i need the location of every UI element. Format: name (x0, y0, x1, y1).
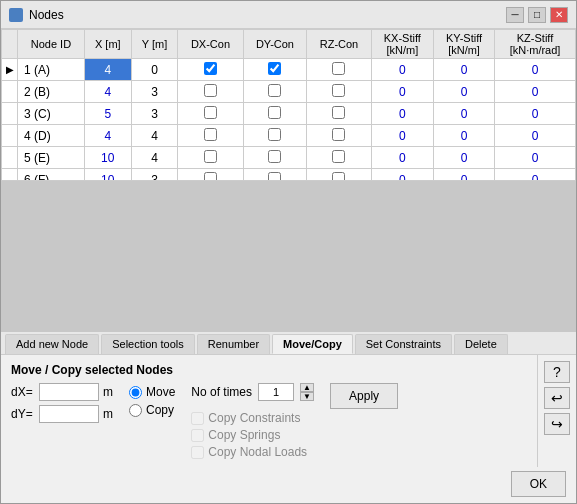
kx-stiff-cell[interactable]: 0 (371, 81, 433, 103)
tab-set-constraints[interactable]: Set Constraints (355, 334, 452, 354)
maximize-button[interactable]: □ (528, 7, 546, 23)
ky-stiff-cell[interactable]: 0 (434, 81, 495, 103)
kx-stiff-cell[interactable]: 0 (371, 59, 433, 81)
ky-stiff-cell[interactable]: 0 (434, 103, 495, 125)
rz-con-checkbox[interactable] (332, 150, 345, 163)
dx-con-checkbox[interactable] (204, 106, 217, 119)
table-row[interactable]: 5 (E)104000 (2, 147, 576, 169)
kz-stiff-cell[interactable]: 0 (495, 59, 576, 81)
dx-con-cell[interactable] (178, 169, 243, 182)
y-cell[interactable]: 4 (131, 147, 178, 169)
rz-con-cell[interactable] (307, 59, 371, 81)
table-row[interactable]: 4 (D)44000 (2, 125, 576, 147)
dx-input[interactable] (39, 383, 99, 401)
dx-con-cell[interactable] (178, 103, 243, 125)
y-cell[interactable]: 0 (131, 59, 178, 81)
dy-con-checkbox[interactable] (268, 84, 281, 97)
copy-springs-checkbox[interactable] (191, 429, 204, 442)
dx-con-cell[interactable] (178, 59, 243, 81)
dy-con-checkbox[interactable] (268, 128, 281, 141)
dy-con-cell[interactable] (243, 125, 307, 147)
kx-stiff-cell[interactable]: 0 (371, 125, 433, 147)
dx-con-cell[interactable] (178, 125, 243, 147)
dy-con-cell[interactable] (243, 103, 307, 125)
dy-input[interactable] (39, 405, 99, 423)
table-row[interactable]: 6 (F)103000 (2, 169, 576, 182)
copy-radio[interactable] (129, 404, 142, 417)
dy-con-checkbox[interactable] (268, 150, 281, 163)
tab-add-new-node[interactable]: Add new Node (5, 334, 99, 354)
close-button[interactable]: ✕ (550, 7, 568, 23)
y-cell[interactable]: 3 (131, 169, 178, 182)
dx-con-checkbox[interactable] (204, 128, 217, 141)
ky-stiff-cell[interactable]: 0 (434, 125, 495, 147)
dx-con-cell[interactable] (178, 147, 243, 169)
kx-stiff-cell[interactable]: 0 (371, 103, 433, 125)
dy-con-cell[interactable] (243, 169, 307, 182)
rz-con-checkbox[interactable] (332, 106, 345, 119)
rz-con-cell[interactable] (307, 125, 371, 147)
spin-up-button[interactable]: ▲ (300, 383, 314, 392)
rz-con-checkbox[interactable] (332, 172, 345, 182)
y-cell[interactable]: 4 (131, 125, 178, 147)
copy-constraints-checkbox[interactable] (191, 412, 204, 425)
rz-con-checkbox[interactable] (332, 84, 345, 97)
help-button[interactable]: ? (544, 361, 570, 383)
tab-move/copy[interactable]: Move/Copy (272, 334, 353, 354)
y-cell[interactable]: 3 (131, 81, 178, 103)
x-cell[interactable]: 5 (84, 103, 131, 125)
tab-selection-tools[interactable]: Selection tools (101, 334, 195, 354)
move-label[interactable]: Move (146, 385, 175, 399)
title-bar: Nodes ─ □ ✕ (1, 1, 576, 29)
dy-con-checkbox[interactable] (268, 172, 281, 182)
x-cell[interactable]: 10 (84, 169, 131, 182)
ky-stiff-cell[interactable]: 0 (434, 169, 495, 182)
x-cell[interactable]: 4 (84, 125, 131, 147)
y-cell[interactable]: 3 (131, 103, 178, 125)
kx-stiff-cell[interactable]: 0 (371, 147, 433, 169)
no-times-input[interactable] (258, 383, 294, 401)
rz-con-cell[interactable] (307, 81, 371, 103)
redo-button[interactable]: ↪ (544, 413, 570, 435)
rz-con-checkbox[interactable] (332, 62, 345, 75)
tab-delete[interactable]: Delete (454, 334, 508, 354)
apply-button[interactable]: Apply (330, 383, 398, 409)
copy-label[interactable]: Copy (146, 403, 174, 417)
undo-button[interactable]: ↩ (544, 387, 570, 409)
dy-con-cell[interactable] (243, 59, 307, 81)
ky-stiff-cell[interactable]: 0 (434, 59, 495, 81)
ok-button[interactable]: OK (511, 471, 566, 497)
dx-con-checkbox[interactable] (204, 172, 217, 182)
dx-con-checkbox[interactable] (204, 150, 217, 163)
kz-stiff-cell[interactable]: 0 (495, 169, 576, 182)
dx-con-checkbox[interactable] (204, 84, 217, 97)
rz-con-cell[interactable] (307, 169, 371, 182)
rz-con-checkbox[interactable] (332, 128, 345, 141)
table-row[interactable]: 3 (C)53000 (2, 103, 576, 125)
kx-stiff-cell[interactable]: 0 (371, 169, 433, 182)
dy-con-checkbox[interactable] (268, 106, 281, 119)
minimize-button[interactable]: ─ (506, 7, 524, 23)
rz-con-cell[interactable] (307, 147, 371, 169)
x-cell[interactable]: 10 (84, 147, 131, 169)
kz-stiff-cell[interactable]: 0 (495, 147, 576, 169)
kz-stiff-cell[interactable]: 0 (495, 103, 576, 125)
dy-con-checkbox[interactable] (268, 62, 281, 75)
dx-con-cell[interactable] (178, 81, 243, 103)
dx-con-checkbox[interactable] (204, 62, 217, 75)
dy-con-cell[interactable] (243, 147, 307, 169)
move-radio[interactable] (129, 386, 142, 399)
kz-stiff-cell[interactable]: 0 (495, 81, 576, 103)
col-rz-con: RZ-Con (307, 30, 371, 59)
copy-nodal-loads-checkbox[interactable] (191, 446, 204, 459)
dy-con-cell[interactable] (243, 81, 307, 103)
kz-stiff-cell[interactable]: 0 (495, 125, 576, 147)
table-row[interactable]: ▶1 (A)40000 (2, 59, 576, 81)
ky-stiff-cell[interactable]: 0 (434, 147, 495, 169)
rz-con-cell[interactable] (307, 103, 371, 125)
x-cell[interactable]: 4 (84, 59, 131, 81)
spin-down-button[interactable]: ▼ (300, 392, 314, 401)
x-cell[interactable]: 4 (84, 81, 131, 103)
table-row[interactable]: 2 (B)43000 (2, 81, 576, 103)
tab-renumber[interactable]: Renumber (197, 334, 270, 354)
